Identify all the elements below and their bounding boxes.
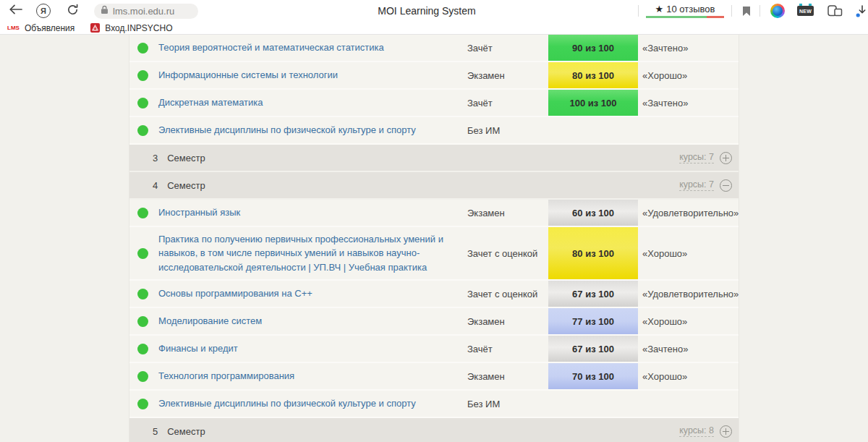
score-badge: 60 из 100 [548,200,638,226]
semester-number: 3 [153,153,158,163]
url-text: lms.moi.edu.ru [113,6,174,17]
course-title-link[interactable]: Теория вероятностей и математическая ста… [158,42,384,53]
semester-courses-link[interactable]: курсы: 8 [679,425,714,437]
course-row: Практика по получению первичных професси… [129,227,739,281]
course-title-link[interactable]: Моделирование систем [158,315,262,326]
semester-number: 4 [153,180,158,191]
reviews-count-label: 10 отзывов [666,4,715,14]
bookmark-item-inpsycho[interactable]: Вход.INPSYCHO [90,23,172,33]
bookmark-flag-button[interactable] [742,6,751,17]
divider [760,5,760,17]
yandex-button[interactable]: Я [36,4,51,18]
course-title-link[interactable]: Элективные дисциплины по физической куль… [158,398,416,409]
course-control-type: Без ИМ [467,399,548,409]
extensions-button[interactable] [827,5,843,17]
course-grade: «Зачтено» [638,43,739,54]
course-grade: «Хорошо» [638,371,739,382]
course-title-cell: Информационные системы и технологии [158,68,467,82]
divider [731,5,732,17]
course-title-cell: Финансы и кредит [158,341,467,356]
course-title-cell: Технология программирования [158,369,467,383]
download-button[interactable] [856,5,868,17]
course-grade: «Хорошо» [638,316,739,327]
semester-plus-circle-icon[interactable] [720,425,732,438]
status-dot-icon [137,43,148,54]
semester-row[interactable]: 4Семестркурсы: 7 [129,172,739,200]
score-badge: 67 из 100 [548,281,638,307]
course-grade: «Удовлетворительно» [638,289,739,299]
semester-label: Семестр [167,180,205,191]
course-title-link[interactable]: Финансы и кредит [158,343,238,354]
course-control-type: Экзамен [467,70,548,81]
toolbar-right-cluster: ★ 10 отзывов NEW [638,0,868,22]
course-title-link[interactable]: Иностранный язык [158,207,240,218]
course-row: Основы программирования на C++Зачет с оц… [129,281,739,308]
course-title-cell: Основы программирования на C++ [158,286,467,301]
status-cell [129,70,158,81]
course-row: Иностранный языкЭкзамен60 из 100«Удовлет… [129,200,739,227]
download-icon [856,5,868,17]
status-dot-icon [137,289,148,299]
semester-row[interactable]: 5Семестркурсы: 8 [129,418,739,442]
browser-toolbar: Я lms.moi.edu.ru MOI Learning System ★ 1… [0,0,868,22]
course-grade: «Удовлетворительно» [638,208,739,218]
course-control-type: Экзамен [467,208,548,218]
camera-new-button[interactable]: NEW [797,6,814,16]
course-control-type: Зачёт [467,43,548,54]
back-arrow-icon [9,4,22,17]
course-title-cell: Моделирование систем [158,314,467,328]
bookmark-label: Вход.INPSYCHO [105,23,172,33]
course-control-type: Экзамен [467,371,548,382]
semester-minus-circle-icon[interactable] [720,179,732,192]
semester-plus-circle-icon[interactable] [720,152,732,164]
course-title-link[interactable]: Основы программирования на C++ [158,288,312,299]
status-cell [129,399,158,409]
status-dot-icon [137,399,148,409]
course-grade: «Хорошо» [638,248,739,259]
status-cell [129,316,158,327]
score-badge: 90 из 100 [548,35,638,61]
course-title-cell: Теория вероятностей и математическая ста… [158,41,467,55]
course-row: Технология программированияЭкзамен70 из … [129,363,739,391]
back-button[interactable] [7,4,23,17]
semester-label: Семестр [167,426,205,437]
status-dot-icon [137,344,148,354]
status-dot-icon [137,371,148,382]
bookmark-item-announcements[interactable]: LMS Объявления [7,23,75,33]
status-cell [129,208,158,218]
course-title-link[interactable]: Информационные системы и технологии [158,69,338,80]
status-cell [129,43,158,54]
course-row: Финансы и кредитЗачёт67 из 100«Зачтено» [129,336,739,363]
semester-row[interactable]: 3Семестркурсы: 7 [129,145,739,172]
score-badge-empty [548,391,638,417]
course-title-link[interactable]: Технология программирования [158,370,294,381]
inpsycho-favicon-icon [90,23,100,33]
grades-table: Теория вероятностей и математическая ста… [129,35,739,442]
status-dot-icon [137,248,148,259]
reviews-rating-button[interactable]: ★ 10 отзывов [646,4,724,18]
course-title-cell: Дискретная математика [158,95,467,110]
semester-courses-link[interactable]: курсы: 7 [679,179,714,191]
bookmark-label: Объявления [25,23,75,33]
course-grade: «Зачтено» [638,98,739,109]
refresh-button[interactable] [65,4,80,19]
rating-red-segment [707,16,724,18]
course-control-type: Зачет с оценкой [467,248,548,259]
course-title-cell: Элективные дисциплины по физической куль… [158,123,467,137]
course-title-link[interactable]: Практика по получению первичных професси… [158,234,443,273]
browser-logo-icon[interactable] [770,4,785,18]
star-icon: ★ [655,4,664,14]
status-cell [129,371,158,382]
course-grade: «Хорошо» [638,70,739,81]
course-row: Элективные дисциплины по физической куль… [129,391,739,418]
course-control-type: Без ИМ [467,125,548,136]
semester-courses-link[interactable]: курсы: 7 [679,152,714,163]
score-badge: 80 из 100 [548,227,638,279]
semester-number: 5 [153,426,158,437]
course-control-type: Зачет с оценкой [467,289,548,299]
course-title-link[interactable]: Элективные дисциплины по физической куль… [158,124,416,135]
course-title-cell: Иностранный язык [158,205,467,220]
address-bar[interactable]: lms.moi.edu.ru [94,4,198,19]
status-dot-icon [137,98,148,109]
course-title-link[interactable]: Дискретная математика [158,97,263,108]
